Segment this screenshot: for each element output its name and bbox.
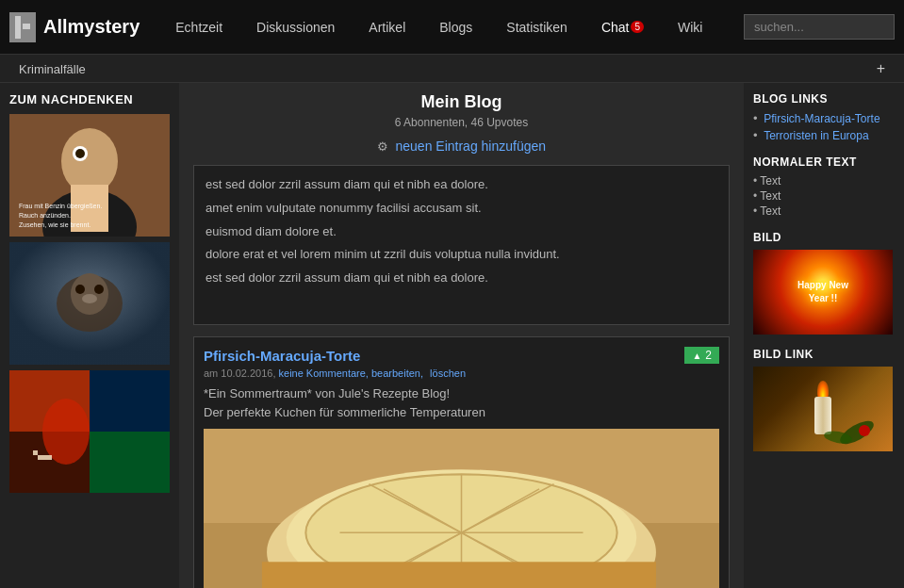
svg-rect-38 (262, 562, 656, 588)
left-sidebar: ZUM NACHDENKEN Frau mit Benzin übergieße… (0, 83, 179, 588)
chat-badge: 5 (631, 21, 644, 33)
blog-link-1: • Pfirsich-Maracuja-Torte (753, 111, 895, 125)
woman-image: Frau mit Benzin übergießen. Rauch anzünd… (9, 114, 170, 237)
logo-text: Allmystery (43, 16, 140, 38)
search-input[interactable] (744, 14, 895, 40)
bild-link-image[interactable] (753, 367, 893, 451)
blog-title: Mein Blog (193, 92, 730, 112)
post-comments-link[interactable]: keine Kommentare, (279, 368, 369, 379)
logo[interactable]: Allmystery (9, 12, 140, 42)
blog-text-box[interactable]: est sed dolor zzril assum diam qui et ni… (193, 165, 730, 325)
newyear-image: Happy NewYear !! (753, 250, 893, 335)
right-section-bild-link: BILD LINK (753, 348, 895, 451)
bild-link-title: BILD LINK (753, 348, 895, 361)
right-section-bild: BILD Happy NewYear !! (753, 231, 895, 335)
main-content: ZUM NACHDENKEN Frau mit Benzin übergieße… (0, 83, 904, 588)
sidebar-title: ZUM NACHDENKEN (9, 92, 170, 106)
sidebar-image-3 (9, 370, 170, 493)
add-entry-link[interactable]: neuen Eintrag hinzufügen (396, 139, 547, 154)
bild-image: Happy NewYear !! (753, 250, 893, 335)
bullet-icon-3: • (753, 174, 757, 188)
search-box (744, 14, 895, 40)
right-section-normaler-text: NORMALER TEXT • Text • Text • Text (753, 155, 895, 218)
vote-arrow-icon: ▲ (692, 351, 701, 361)
post-delete-link[interactable]: löschen (430, 368, 466, 379)
post-edit-link[interactable]: bearbeiten, (371, 368, 423, 379)
newyear-text: Happy NewYear !! (797, 279, 848, 305)
svg-rect-20 (90, 432, 170, 493)
text-line-3: euismod diam dolore et. (205, 222, 717, 242)
normaler-text-item-3: • Text (753, 204, 895, 218)
nav-item-wiki[interactable]: Wiki (661, 0, 719, 55)
nav-item-blogs[interactable]: Blogs (422, 0, 489, 55)
svg-rect-24 (38, 455, 52, 460)
normaler-text-item-2: • Text (753, 189, 895, 203)
candle-image (753, 367, 893, 451)
blog-post: Pfirsich-Maracuja-Torte ▲ 2 am 10.02.201… (193, 336, 730, 588)
nav-item-statistiken[interactable]: Statistiken (489, 0, 584, 55)
svg-point-3 (61, 128, 118, 194)
blog-links-title: BLOG LINKS (753, 92, 895, 106)
text-line-4: dolore erat et vel lorem minim ut zzril … (205, 245, 717, 265)
text-line-2: amet enim vulputate nonummy facilisi acc… (205, 199, 717, 219)
bullet-icon-2: • (753, 128, 758, 142)
nav-item-echtzeit[interactable]: Echtzeit (158, 0, 239, 55)
svg-rect-25 (33, 450, 38, 455)
svg-text:Rauch anzünden.: Rauch anzünden. (19, 212, 71, 219)
svg-text:Zusehen, wie sie brennt.: Zusehen, wie sie brennt. (19, 221, 90, 228)
bullet-icon-5: • (753, 204, 757, 218)
subnav-add-button[interactable]: + (858, 55, 904, 82)
svg-point-23 (42, 399, 90, 465)
main-nav: Echtzeit Diskussionen Artikel Blogs Stat… (158, 0, 744, 55)
art-image (9, 370, 170, 493)
nav-item-diskussionen[interactable]: Diskussionen (239, 0, 352, 55)
svg-rect-1 (23, 24, 30, 29)
post-date: am 10.02.2016, keine Kommentare, bearbei… (204, 368, 719, 379)
right-sidebar: BLOG LINKS • Pfirsich-Maracuja-Torte • T… (744, 83, 904, 588)
logo-icon (9, 12, 36, 42)
svg-rect-21 (90, 370, 170, 432)
normaler-text-title: NORMALER TEXT (753, 155, 895, 169)
svg-text:Frau mit Benzin übergießen.: Frau mit Benzin übergießen. (19, 203, 102, 210)
nav-item-chat[interactable]: Chat 5 (584, 0, 661, 55)
post-excerpt: *Ein Sommertraum* von Jule's Rezepte Blo… (204, 384, 719, 421)
blog-link-2: • Terroristen in Europa (753, 128, 895, 142)
blog-meta: 6 Abonnenten, 46 Upvotes (193, 116, 730, 129)
text-line-5: est sed dolor zzril assum diam qui et ni… (205, 269, 717, 288)
subnav-kriminalfaelle[interactable]: Kriminalfälle (0, 55, 105, 83)
nav-item-artikel[interactable]: Artikel (352, 0, 422, 55)
bullet-icon-4: • (753, 189, 757, 203)
vote-count: 2 (705, 349, 712, 362)
text-line-1: est sed dolor zzril assum diam qui et ni… (205, 175, 717, 195)
bild-title: BILD (753, 231, 895, 244)
subnav: Kriminalfälle + (0, 55, 904, 83)
header: Allmystery Echtzeit Diskussionen Artikel… (0, 0, 904, 55)
sidebar-image-1: Frau mit Benzin übergießen. Rauch anzünd… (9, 114, 170, 237)
svg-point-43 (859, 425, 870, 436)
add-entry-section: ⚙ neuen Eintrag hinzufügen (193, 139, 730, 154)
svg-point-6 (75, 149, 85, 158)
vote-badge[interactable]: ▲ 2 (684, 347, 719, 364)
blog-link-terroristen[interactable]: Terroristen in Europa (764, 129, 868, 142)
post-date-text: am 10.02.2016, (204, 368, 275, 379)
post-header: Pfirsich-Maracuja-Torte ▲ 2 (204, 347, 719, 364)
bullet-icon-1: • (753, 111, 758, 125)
post-excerpt-line2: Der perfekte Kuchen für sommerliche Temp… (204, 403, 719, 422)
blog-link-pfirsich[interactable]: Pfirsich-Maracuja-Torte (764, 112, 879, 125)
right-section-blog-links: BLOG LINKS • Pfirsich-Maracuja-Torte • T… (753, 92, 895, 142)
post-excerpt-line1: *Ein Sommertraum* von Jule's Rezepte Blo… (204, 384, 719, 403)
svg-point-17 (82, 294, 97, 303)
svg-rect-40 (753, 367, 893, 451)
post-title[interactable]: Pfirsich-Maracuja-Torte (204, 348, 360, 364)
sidebar-image-2 (9, 242, 170, 365)
normaler-text-item-1: • Text (753, 174, 895, 188)
svg-point-15 (75, 285, 85, 294)
add-entry-icon: ⚙ (377, 139, 388, 154)
post-image (204, 429, 719, 588)
svg-rect-0 (15, 16, 21, 39)
svg-point-16 (94, 285, 104, 294)
monkey-image (9, 242, 170, 365)
blog-content: Mein Blog 6 Abonnenten, 46 Upvotes ⚙ neu… (179, 83, 744, 588)
